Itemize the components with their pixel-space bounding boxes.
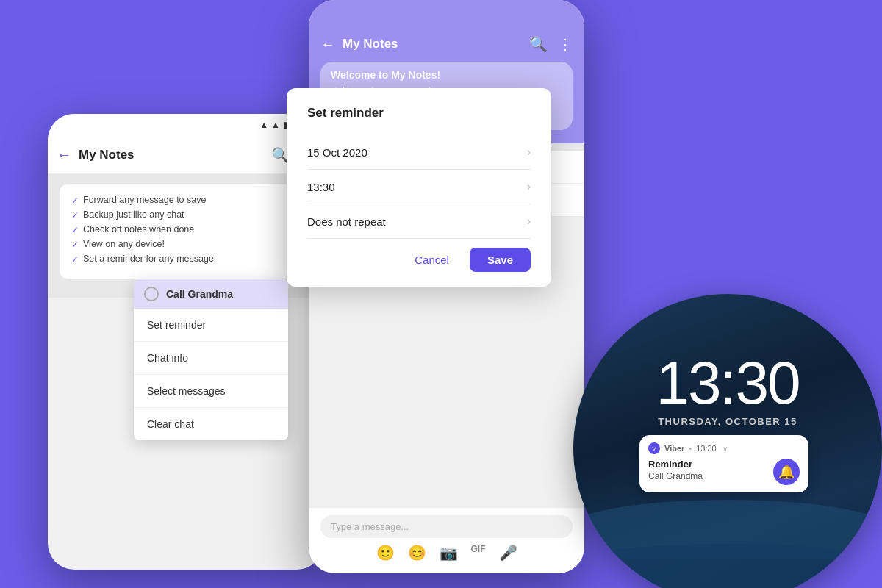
- notif-text-area: Reminder Call Grandma: [648, 459, 703, 481]
- selection-circle[interactable]: [144, 287, 159, 301]
- note-item-3: ✓ Check off notes when done: [71, 224, 300, 235]
- mic-icon[interactable]: 🎤: [499, 544, 517, 562]
- left-topbar: ← My Notes 🔍 ⋮: [48, 136, 323, 174]
- watch-date-display: Thursday, October 15: [658, 416, 797, 427]
- dialog-time-row[interactable]: 13:30 ›: [307, 170, 531, 204]
- notif-body: Reminder Call Grandma 🔔: [648, 459, 800, 485]
- cancel-button[interactable]: Cancel: [403, 248, 461, 272]
- center-input-area: Type a message... 🙂 😊 📷 GIF 🎤: [309, 507, 584, 573]
- wave2: [573, 544, 882, 588]
- dialog-repeat-row[interactable]: Does not repeat ›: [307, 204, 531, 239]
- repeat-chevron-icon: ›: [527, 215, 531, 228]
- page-title: My Notes: [79, 148, 271, 162]
- check-icon-2: ✓: [71, 210, 79, 220]
- dialog-repeat-label: Does not repeat: [307, 215, 386, 228]
- note-item-2: ✓ Backup just like any chat: [71, 209, 300, 220]
- notif-bullet: •: [689, 444, 692, 453]
- viber-icon: V: [648, 442, 660, 454]
- notif-app-name: Viber: [664, 444, 684, 453]
- wifi-icon: ▲: [259, 120, 268, 130]
- center-search-icon[interactable]: 🔍: [529, 35, 548, 53]
- notif-avatar: 🔔: [773, 459, 800, 485]
- center-page-title: My Notes: [343, 37, 529, 51]
- context-menu-selected-item: Call Grandma: [166, 288, 233, 300]
- center-back-button[interactable]: ←: [320, 36, 335, 53]
- phone-center: 12:30 ← My Notes 🔍 ⋮ Welcome to My Notes…: [309, 0, 584, 573]
- message-input[interactable]: Type a message...: [320, 515, 573, 538]
- time-chevron-icon: ›: [527, 180, 531, 193]
- dialog-date-row[interactable]: 15 Oct 2020 ›: [307, 135, 531, 170]
- watch-notification: V Viber • 13:30 ∨ Reminder Call Grandma …: [639, 435, 808, 492]
- dialog-title: Set reminder: [307, 106, 531, 121]
- check-icon-3: ✓: [71, 225, 79, 235]
- context-menu-header: Call Grandma: [134, 279, 288, 309]
- notif-time: 13:30: [696, 444, 717, 453]
- sticker-icon[interactable]: 🙂: [376, 544, 395, 562]
- dialog-actions: Cancel Save: [307, 248, 531, 272]
- left-statusbar: ▲ ▲ ▮ 12:30: [48, 114, 323, 136]
- notif-title: Reminder: [648, 459, 703, 470]
- note-item-4: ✓ View on any device!: [71, 239, 300, 250]
- camera-icon[interactable]: 📷: [440, 544, 458, 562]
- menu-set-reminder[interactable]: Set reminder: [134, 309, 288, 342]
- gif-icon[interactable]: GIF: [471, 544, 486, 562]
- center-topbar: ← My Notes 🔍 ⋮: [320, 32, 573, 56]
- welcome-title: Welcome to My Notes!: [331, 69, 562, 81]
- menu-clear-chat[interactable]: Clear chat: [134, 408, 288, 440]
- notif-expand-icon: ∨: [723, 445, 728, 453]
- note-item-5: ✓ Set a reminder for any message: [71, 254, 300, 265]
- save-button[interactable]: Save: [470, 248, 531, 272]
- check-icon-4: ✓: [71, 240, 79, 250]
- set-reminder-dialog: Set reminder 15 Oct 2020 › 13:30 › Does …: [287, 88, 551, 287]
- watch-time-display: 13:30: [656, 353, 799, 413]
- notes-card: ✓ Forward any message to save ✓ Backup j…: [60, 184, 312, 279]
- notif-header: V Viber • 13:30 ∨: [648, 442, 800, 454]
- check-icon-1: ✓: [71, 196, 79, 206]
- date-chevron-icon: ›: [527, 146, 531, 159]
- center-statusbar: 12:30: [320, 12, 573, 29]
- menu-select-messages[interactable]: Select messages: [134, 375, 288, 408]
- notif-body-text: Call Grandma: [648, 471, 703, 481]
- input-toolbar: 🙂 😊 📷 GIF 🎤: [320, 544, 573, 562]
- dialog-date-label: 15 Oct 2020: [307, 146, 368, 159]
- note-item-1: ✓ Forward any message to save: [71, 195, 300, 206]
- context-menu: Call Grandma Set reminder Chat info Sele…: [134, 279, 288, 440]
- check-icon-5: ✓: [71, 254, 79, 265]
- center-topbar-icons: 🔍 ⋮: [529, 35, 573, 53]
- emoji-icon[interactable]: 😊: [408, 544, 426, 562]
- center-more-icon[interactable]: ⋮: [558, 35, 573, 53]
- menu-chat-info[interactable]: Chat info: [134, 342, 288, 375]
- signal-icon: ▲: [271, 120, 280, 130]
- back-button[interactable]: ←: [57, 146, 71, 163]
- dialog-time-label: 13:30: [307, 181, 335, 193]
